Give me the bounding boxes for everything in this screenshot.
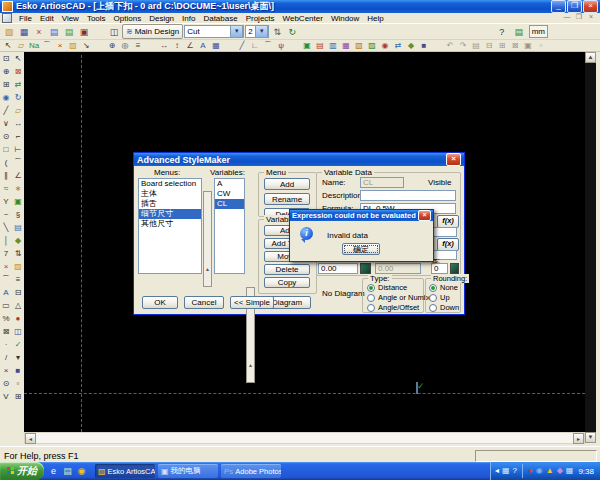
layers-icon[interactable]: ≡: [132, 40, 144, 51]
list-item[interactable]: CL: [215, 199, 244, 209]
delete-tool-icon[interactable]: ×: [54, 40, 66, 51]
align-icon[interactable]: ⊟: [483, 40, 495, 51]
collapse-icon[interactable]: ⊟: [13, 286, 24, 299]
rounding-radio-option[interactable]: None: [429, 283, 459, 292]
eye-icon[interactable]: ◉: [1, 91, 12, 104]
value-picker-button[interactable]: [360, 263, 371, 274]
mdi-minimize-icon[interactable]: —: [562, 13, 572, 21]
line-tool-icon[interactable]: ╱: [236, 40, 248, 51]
polyline-icon[interactable]: ∨: [1, 117, 12, 130]
horizontal-scrollbar[interactable]: ◄ ►: [24, 432, 585, 444]
burst-icon[interactable]: ∗: [13, 182, 24, 195]
hatch-icon[interactable]: ▨: [13, 260, 24, 273]
triangle-icon[interactable]: △: [13, 299, 24, 312]
rectangle-icon[interactable]: □: [1, 143, 12, 156]
menu-action-button[interactable]: Rename: [264, 193, 310, 205]
close-icon[interactable]: ×: [418, 210, 431, 221]
im-tray-icon[interactable]: ▲: [546, 462, 554, 480]
vertical-line-icon[interactable]: │: [1, 234, 12, 247]
layer-combo[interactable]: Cut ▼: [184, 25, 244, 38]
snap-icon[interactable]: Na: [28, 40, 40, 51]
select-icon[interactable]: ↖: [2, 40, 14, 51]
zoom-tool-icon[interactable]: ⊕: [106, 40, 118, 51]
divide-icon[interactable]: /: [1, 351, 12, 364]
help-icon[interactable]: ?: [495, 25, 509, 38]
list-item[interactable]: CW: [215, 189, 244, 199]
workspace-icon[interactable]: ◫: [107, 25, 121, 38]
dropdown-icon[interactable]: ▾: [13, 351, 24, 364]
stylemaker-dialog-titlebar[interactable]: Advanced StyleMaker ×: [134, 153, 464, 166]
wave-icon[interactable]: ≈: [1, 182, 12, 195]
close-button[interactable]: ×: [583, 0, 598, 13]
cancel-button[interactable]: Cancel: [184, 296, 224, 309]
check-icon[interactable]: ✓: [13, 338, 24, 351]
spec-book-icon[interactable]: ▤: [512, 25, 526, 38]
menu-item[interactable]: Design: [145, 14, 178, 23]
chevron-down-icon[interactable]: ▼: [230, 25, 243, 38]
minimize-button[interactable]: _: [551, 0, 566, 13]
angle-line-icon[interactable]: ∟: [249, 40, 261, 51]
properties-icon[interactable]: ▤: [470, 40, 482, 51]
layout-icon[interactable]: ▤: [314, 40, 326, 51]
target-icon[interactable]: ⊙: [1, 377, 12, 390]
variables-list[interactable]: ACWCL: [214, 178, 245, 274]
open-icon[interactable]: ▨: [2, 25, 16, 38]
doc-green-icon[interactable]: ▤: [62, 25, 76, 38]
main-design-button[interactable]: ≋ Main Design: [122, 24, 183, 39]
digits-field[interactable]: 0: [431, 263, 448, 274]
error-ok-button[interactable]: 确定: [342, 243, 380, 255]
point-icon[interactable]: ·: [1, 338, 12, 351]
zoom-in-icon[interactable]: ⊕: [1, 65, 12, 78]
menu-item[interactable]: Help: [363, 14, 387, 23]
ok-button[interactable]: OK: [142, 296, 178, 309]
table-tool-icon[interactable]: ▦: [210, 40, 222, 51]
ungroup-icon[interactable]: ⊠: [509, 40, 521, 51]
menu-item[interactable]: Projects: [242, 14, 279, 23]
trim-icon[interactable]: ⌐: [13, 130, 24, 143]
security-tray-icon[interactable]: ●: [528, 462, 533, 480]
close-icon[interactable]: ×: [446, 153, 461, 166]
scroll-down-icon[interactable]: ▼: [585, 432, 596, 443]
dim-vertical-icon[interactable]: ↕: [171, 40, 183, 51]
arc-edit-icon[interactable]: ⌒: [13, 156, 24, 169]
delete-x-icon[interactable]: ×: [1, 260, 12, 273]
bridge-icon[interactable]: ⌒: [41, 40, 53, 51]
render-icon[interactable]: ■: [418, 40, 430, 51]
list-item[interactable]: 主体: [139, 189, 201, 199]
group-icon[interactable]: ⊞: [496, 40, 508, 51]
window-icon[interactable]: ◫: [13, 325, 24, 338]
start-button[interactable]: 开始: [0, 462, 44, 480]
menu-item[interactable]: View: [58, 14, 83, 23]
error-dialog-titlebar[interactable]: Expression could not be evaluated ×: [290, 210, 433, 221]
sync-icon[interactable]: ⇄: [392, 40, 404, 51]
dot2-icon[interactable]: ●: [13, 312, 24, 325]
parallel-icon[interactable]: ∥: [1, 169, 12, 182]
scroll-up-icon[interactable]: ▲: [585, 52, 596, 63]
zoom-extents-icon[interactable]: ⊞: [1, 78, 12, 91]
pointer-tool-icon[interactable]: ↘: [80, 40, 92, 51]
to-front-icon[interactable]: ▣: [522, 40, 534, 51]
curve-icon[interactable]: ~: [1, 208, 12, 221]
clipboard-icon[interactable]: ▱: [15, 40, 27, 51]
simple-mode-button[interactable]: << Simple: [230, 296, 274, 309]
display-tray-icon[interactable]: ▦: [502, 462, 510, 480]
antivirus-tray-icon[interactable]: ◆: [557, 462, 563, 480]
database-icon[interactable]: ◉: [379, 40, 391, 51]
list-item[interactable]: 其他尺寸: [139, 219, 201, 229]
hide-tray-icon[interactable]: ◂: [495, 462, 499, 480]
trim-box-icon[interactable]: ⊠: [1, 325, 12, 338]
restore-button[interactable]: ❐: [567, 0, 582, 13]
copy-icon[interactable]: ▱: [13, 104, 24, 117]
undo-icon[interactable]: ↶: [444, 40, 456, 51]
taskbar-task[interactable]: Ps Adobe Photoshop ...: [221, 464, 281, 478]
help-tray-icon[interactable]: ?: [513, 462, 517, 480]
hook-icon[interactable]: 7: [1, 247, 12, 260]
hollow-icon[interactable]: ▫: [13, 377, 24, 390]
print-icon[interactable]: ▣: [77, 25, 91, 38]
slash-icon[interactable]: ╲: [1, 221, 12, 234]
text-tool-icon[interactable]: A: [197, 40, 209, 51]
folder-tool-icon[interactable]: ▨: [67, 40, 79, 51]
list-item[interactable]: 插舌: [139, 199, 201, 209]
erase-icon[interactable]: ⊠: [13, 65, 24, 78]
digits-picker-button[interactable]: [450, 263, 459, 274]
